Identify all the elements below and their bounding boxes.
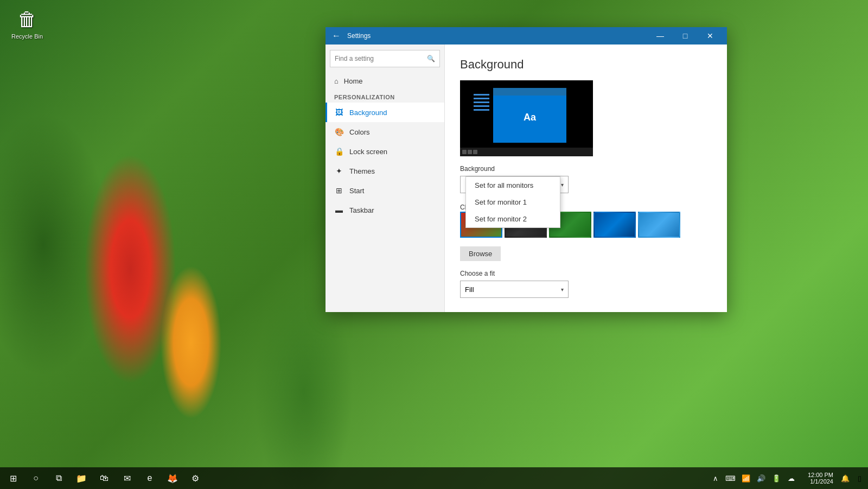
title-bar: ← Settings — □ ✕: [326, 27, 727, 45]
context-menu: Set for all monitors Set for monitor 1 S…: [465, 176, 560, 228]
home-icon: ⌂: [334, 77, 339, 85]
notification-icon[interactable]: 🔔: [839, 467, 852, 489]
search-icon: 🔍: [427, 55, 435, 62]
taskbar-label: Taskbar: [349, 206, 374, 214]
background-dropdown-arrow: ▾: [561, 182, 564, 188]
tray-up-icon[interactable]: ∧: [709, 467, 722, 489]
context-menu-item-all[interactable]: Set for all monitors: [466, 177, 560, 194]
preview-line-1: [474, 94, 489, 96]
window-controls: — □ ✕: [648, 27, 723, 45]
thumbnail-5[interactable]: [638, 212, 680, 238]
taskbar-clock[interactable]: 12:00 PM 1/1/2024: [803, 472, 838, 485]
lock-screen-label: Lock screen: [349, 148, 387, 156]
preview-aa: Aa: [524, 112, 536, 123]
maximize-button[interactable]: □: [673, 27, 698, 45]
preview-line-2: [474, 98, 489, 99]
preview-window: Aa: [493, 88, 566, 143]
fit-group: Choose a fit Fill ▾: [460, 270, 712, 298]
window-title: Settings: [347, 32, 648, 40]
themes-icon: ✦: [334, 167, 344, 175]
recycle-bin-icon: 🗑: [17, 8, 37, 31]
background-label: Background: [349, 109, 387, 117]
context-menu-item-2[interactable]: Set for monitor 2: [466, 211, 560, 227]
tray-keyboard-icon[interactable]: ⌨: [724, 467, 737, 489]
taskbar-icon: ▬: [334, 206, 344, 214]
preview-taskbar-dot-1: [462, 150, 467, 154]
sidebar-item-taskbar[interactable]: ▬ Taskbar: [326, 200, 444, 220]
minimize-button[interactable]: —: [648, 27, 673, 45]
task-view-button[interactable]: ⧉: [48, 467, 69, 489]
context-menu-item-1[interactable]: Set for monitor 1: [466, 194, 560, 211]
preview-line-3: [474, 101, 489, 103]
sidebar-item-colors[interactable]: 🎨 Colors: [326, 122, 444, 142]
tray-battery-icon[interactable]: 🔋: [770, 467, 783, 489]
preview-line-4: [474, 105, 489, 107]
taskbar: ⊞ ○ ⧉ 📁 🛍 ✉ e 🦊 ⚙ ∧ ⌨ 📶 🔊 🔋 ☁ 12:00 PM 1…: [0, 467, 868, 489]
browse-button[interactable]: Browse: [460, 246, 501, 261]
back-button[interactable]: ←: [330, 29, 343, 42]
fit-dropdown-arrow: ▾: [561, 287, 564, 293]
start-button[interactable]: ⊞: [2, 467, 24, 489]
tray-onedrive-icon[interactable]: ☁: [785, 467, 798, 489]
preview-sidebar: [474, 92, 489, 145]
mail-button[interactable]: ✉: [116, 467, 138, 489]
background-preview: Aa: [460, 80, 593, 156]
sidebar-item-lock-screen[interactable]: 🔒 Lock screen: [326, 142, 444, 161]
search-button[interactable]: ○: [25, 467, 47, 489]
settings-window: ← Settings — □ ✕ 🔍 ⌂ Home: [326, 27, 727, 312]
fit-label: Choose a fit: [460, 270, 712, 277]
background-icon: 🖼: [334, 108, 344, 117]
section-label: Personalization: [326, 90, 444, 103]
fit-dropdown[interactable]: Fill ▾: [460, 281, 569, 298]
fit-dropdown-value: Fill: [465, 285, 474, 294]
sidebar-item-background[interactable]: 🖼 Background: [326, 103, 444, 122]
themes-label: Themes: [349, 167, 375, 175]
sidebar-item-home[interactable]: ⌂ Home: [326, 73, 444, 90]
preview-taskbar: [460, 148, 593, 156]
taskbar-tray: ∧ ⌨ 📶 🔊 🔋 ☁: [705, 467, 802, 489]
recycle-bin-label: Recycle Bin: [11, 33, 43, 40]
edge-button[interactable]: e: [139, 467, 161, 489]
start-icon: ⊞: [334, 186, 344, 195]
lock-screen-icon: 🔒: [334, 147, 344, 156]
sidebar-item-start[interactable]: ⊞ Start: [326, 181, 444, 200]
start-label: Start: [349, 187, 364, 195]
show-desktop-button[interactable]: ▯: [853, 467, 866, 489]
tray-volume-icon[interactable]: 🔊: [755, 467, 768, 489]
colors-label: Colors: [349, 128, 370, 136]
background-field-label: Background: [460, 165, 712, 173]
close-button[interactable]: ✕: [698, 27, 723, 45]
colors-icon: 🎨: [334, 128, 344, 136]
preview-taskbar-dot-2: [468, 150, 472, 154]
store-button[interactable]: 🛍: [93, 467, 115, 489]
taskbar-time: 12:00 PM: [808, 472, 833, 478]
preview-taskbar-dot-3: [473, 150, 477, 154]
settings-taskbar-button[interactable]: ⚙: [184, 467, 206, 489]
sidebar-item-themes[interactable]: ✦ Themes: [326, 161, 444, 181]
preview-window-title: [493, 88, 566, 96]
taskbar-date: 1/1/2024: [810, 478, 833, 485]
firefox-button[interactable]: 🦊: [162, 467, 183, 489]
page-title: Background: [460, 58, 712, 72]
search-input[interactable]: [335, 55, 427, 62]
thumbnail-4[interactable]: [593, 212, 636, 238]
search-box[interactable]: 🔍: [330, 50, 440, 67]
explorer-button[interactable]: 📁: [71, 467, 92, 489]
home-label: Home: [344, 77, 363, 85]
settings-sidebar: 🔍 ⌂ Home Personalization 🖼 Background 🎨 …: [326, 45, 445, 312]
tray-network-icon[interactable]: 📶: [739, 467, 752, 489]
desktop: 🗑 Recycle Bin ← Settings — □ ✕ 🔍: [0, 0, 868, 489]
recycle-bin[interactable]: 🗑 Recycle Bin: [8, 8, 46, 40]
preview-line-5: [474, 109, 489, 111]
